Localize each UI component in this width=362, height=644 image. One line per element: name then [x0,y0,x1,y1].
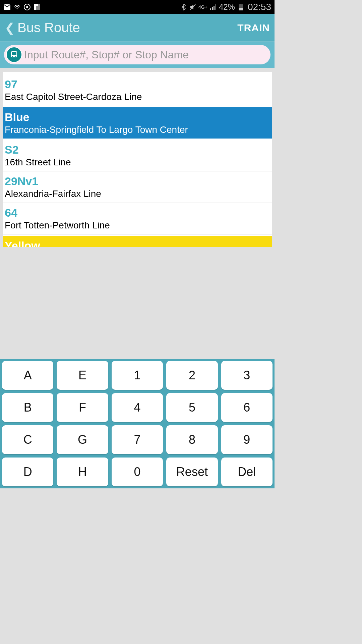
signal-icon [209,3,217,11]
key-7[interactable]: 7 [112,425,163,454]
svg-point-17 [12,56,13,57]
svg-rect-8 [210,8,211,10]
route-id: S2 [5,143,270,156]
chrome-icon [23,3,31,11]
search-bar [0,42,275,68]
bus-icon [6,47,22,63]
key-h[interactable]: H [57,458,108,486]
status-time: 02:53 [248,2,271,12]
route-name: East Capitol Street-Cardoza Line [5,92,270,102]
network-label: 4G+ [198,4,207,10]
bluetooth-icon [180,3,187,11]
svg-rect-16 [12,52,16,55]
mute-icon [189,3,196,11]
svg-rect-9 [212,7,213,10]
key-6[interactable]: 6 [221,393,273,422]
route-item[interactable]: S216th Street Line [3,140,272,171]
page-title: Bus Route [17,20,80,35]
train-button[interactable]: TRAIN [237,22,270,34]
status-bar: 4G+ 42% 02:53 [0,0,275,14]
search-input[interactable] [24,49,268,61]
search-pill[interactable] [4,45,270,64]
key-2[interactable]: 2 [166,361,218,390]
route-name: Fort Totten-Petworth Line [5,220,270,231]
route-item[interactable]: BlueFranconia-Springfield To Largo Town … [3,107,272,139]
route-id: Blue [5,111,270,124]
svg-rect-11 [215,4,216,10]
svg-rect-6 [34,4,38,6]
key-a[interactable]: A [2,361,53,390]
key-4[interactable]: 4 [112,393,163,422]
svg-point-18 [15,56,16,57]
key-f[interactable]: F [57,393,108,422]
route-id: Yellow [5,239,270,247]
flipboard-icon [34,3,41,11]
route-name: Franconia-Springfield To Largo Town Cent… [5,124,270,135]
route-item[interactable]: 29Nv1Alexandria-Fairfax Line [3,171,272,203]
key-1[interactable]: 1 [112,361,163,390]
route-id: 64 [5,206,270,219]
battery-icon [237,3,244,11]
key-del[interactable]: Del [221,458,273,486]
key-reset[interactable]: Reset [166,458,218,486]
key-b[interactable]: B [2,393,53,422]
gmail-icon [3,3,11,11]
key-g[interactable]: G [57,425,108,454]
key-8[interactable]: 8 [166,425,218,454]
route-id: 29Nv1 [5,175,270,188]
key-c[interactable]: C [2,425,53,454]
route-item[interactable]: 97East Capitol Street-Cardoza Line [3,74,272,106]
key-3[interactable]: 3 [221,361,273,390]
route-item[interactable]: 64Fort Totten-Petworth Line [3,203,272,234]
wifi-icon [13,3,21,11]
key-9[interactable]: 9 [221,425,273,454]
key-5[interactable]: 5 [166,393,218,422]
route-name: 16th Street Line [5,157,270,168]
key-d[interactable]: D [2,458,53,486]
svg-rect-13 [239,8,243,10]
battery-percent: 42% [219,2,235,12]
status-right: 4G+ 42% 02:53 [180,2,271,12]
back-icon[interactable]: ❮ [5,21,15,35]
svg-rect-10 [214,6,215,10]
status-left [3,3,41,11]
keypad: AE123BF456CG789DH0ResetDel [0,359,275,488]
key-e[interactable]: E [57,361,108,390]
route-list[interactable]: 97East Capitol Street-Cardoza LineBlueFr… [3,72,272,247]
svg-point-1 [17,8,18,9]
route-name: Alexandria-Fairfax Line [5,189,270,199]
route-id: 97 [5,78,270,91]
route-item[interactable]: YellowHuntington To Fort Totten [3,236,272,247]
svg-rect-14 [240,4,241,4]
app-bar: ❮ Bus Route TRAIN [0,14,275,42]
key-0[interactable]: 0 [112,458,163,486]
svg-point-3 [26,6,28,8]
